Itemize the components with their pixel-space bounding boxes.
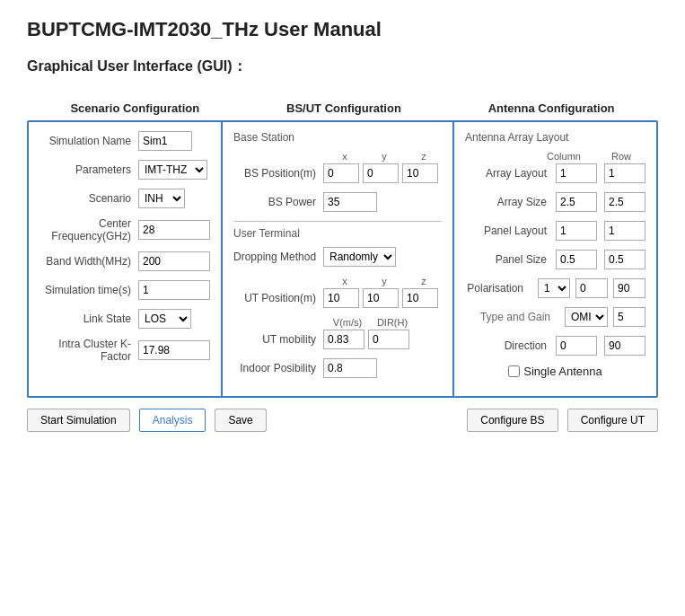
bs-position-label: BS Position(m) (233, 167, 323, 180)
ut-z-header: z (406, 276, 442, 286)
single-antenna-checkbox[interactable] (508, 365, 520, 377)
dropping-method-row: Dropping Method Randomly Fixed Grid (233, 247, 442, 267)
save-button[interactable]: Save (215, 409, 266, 432)
ut-pos-y-input[interactable] (363, 288, 399, 308)
antenna-panel: Antenna Array Layout Column Row Array La… (454, 122, 656, 396)
parameters-select[interactable]: IMT-THZ IMT-2020 (138, 160, 207, 180)
row-header: Row (601, 151, 642, 162)
bs-position-row: BS Position(m) (233, 163, 442, 183)
array-layout-title: Antenna Array Layout (465, 131, 645, 144)
ut-v-input[interactable] (323, 330, 364, 349)
scenario-row: Scenario INH UMi UMa (40, 189, 210, 208)
bs-z-header: z (406, 151, 442, 162)
polarisation-label: Polarisation (465, 282, 532, 295)
indoor-input[interactable] (323, 358, 377, 378)
pol-val1-input[interactable] (575, 278, 608, 298)
simulation-name-row: Simulation Name (40, 131, 210, 151)
single-antenna-label: Single Antenna (523, 365, 602, 378)
bs-power-input[interactable] (323, 192, 377, 212)
ut-v-header: V(m/s) (327, 317, 368, 328)
panel-size-row-input[interactable] (604, 250, 645, 269)
type-gain-input[interactable] (613, 307, 645, 327)
direction-row: Direction (465, 336, 645, 356)
link-state-label: Link State (40, 312, 138, 325)
scenario-select[interactable]: INH UMi UMa (138, 189, 185, 208)
simulation-name-label: Simulation Name (40, 135, 138, 147)
panel-layout-label: Panel Layout (465, 224, 556, 237)
bs-pos-z-input[interactable] (402, 163, 438, 183)
panel-size-label: Panel Size (465, 253, 556, 266)
direction-val2-input[interactable] (604, 336, 645, 356)
bs-x-header: x (327, 151, 363, 162)
sim-time-label: Simulation time(s) (40, 284, 138, 296)
base-station-title: Base Station (233, 131, 442, 144)
panel-layout-row-input[interactable] (604, 221, 645, 241)
sim-time-input[interactable] (138, 280, 210, 300)
direction-label: Direction (465, 339, 556, 352)
indoor-label: Indoor Posibility (233, 362, 323, 374)
dropping-method-label: Dropping Method (233, 251, 323, 263)
bandwidth-input[interactable] (138, 251, 210, 271)
indoor-row: Indoor Posibility (233, 358, 442, 378)
ut-pos-x-input[interactable] (323, 288, 359, 308)
center-freq-input[interactable] (138, 220, 210, 240)
scenario-panel: Simulation Name Parameters IMT-THZ IMT-2… (29, 122, 223, 396)
array-size-col-input[interactable] (556, 192, 597, 212)
bs-pos-x-input[interactable] (323, 163, 359, 183)
simulation-name-input[interactable] (138, 131, 192, 151)
array-layout-row-input[interactable] (604, 163, 645, 183)
link-state-row: Link State LOS NLOS (40, 309, 210, 329)
array-layout-col-input[interactable] (556, 163, 597, 183)
link-state-select[interactable]: LOS NLOS (138, 309, 191, 329)
col-header: Column (543, 151, 584, 162)
bandwidth-label: Band Width(MHz) (40, 255, 138, 268)
bsut-panel: Base Station x y z BS Position(m) BS Pow… (223, 122, 454, 396)
start-simulation-button[interactable]: Start Simulation (27, 409, 130, 432)
bsut-header: BS/UT Configuration (286, 101, 401, 115)
array-size-label: Array Size (465, 196, 556, 208)
type-gain-row: Type and Gain OMI DIR (465, 307, 645, 327)
direction-val1-input[interactable] (556, 336, 597, 356)
analysis-button[interactable]: Analysis (139, 409, 206, 432)
polarisation-row: Polarisation 1 2 (465, 278, 645, 298)
array-size-row-input[interactable] (604, 192, 645, 212)
configure-ut-button[interactable]: Configure UT (567, 409, 658, 432)
center-freq-row: Center Frequency(GHz) (40, 217, 210, 242)
intra-cluster-input[interactable] (138, 340, 210, 360)
bs-y-header: y (366, 151, 402, 162)
ut-dir-input[interactable] (368, 330, 409, 349)
ut-y-header: y (366, 276, 402, 286)
bandwidth-row: Band Width(MHz) (40, 251, 210, 271)
page-title: BUPTCMG-IMT2030_THz User Manual (27, 18, 658, 41)
type-gain-label: Type and Gain (465, 311, 559, 323)
scenario-label: Scenario (40, 192, 138, 205)
ut-dir-header: DIR(H) (372, 317, 413, 328)
parameters-label: Parameters (40, 163, 138, 176)
user-terminal-title: User Terminal (233, 227, 442, 240)
ut-mobility-label: UT mobility (233, 333, 323, 346)
array-layout-label: Array Layout (465, 167, 556, 180)
panel-layout-col-input[interactable] (556, 221, 597, 241)
sim-time-row: Simulation time(s) (40, 280, 210, 300)
bs-pos-y-input[interactable] (363, 163, 399, 183)
single-antenna-row: Single Antenna (465, 365, 645, 378)
array-layout-row: Array Layout (465, 163, 645, 183)
scenario-header: Scenario Configuration (70, 101, 199, 115)
ut-pos-z-input[interactable] (402, 288, 438, 308)
type-select[interactable]: OMI DIR (565, 307, 608, 327)
configure-bs-button[interactable]: Configure BS (467, 409, 558, 432)
intra-cluster-label: Intra Cluster K-Factor (40, 338, 138, 363)
page-subtitle: Graphical User Interface (GUI)： (27, 57, 658, 76)
ut-position-label: UT Position(m) (233, 292, 323, 304)
intra-cluster-row: Intra Cluster K-Factor (40, 338, 210, 363)
ut-position-row: UT Position(m) (233, 288, 442, 308)
ut-mobility-row: UT mobility (233, 330, 442, 349)
parameters-row: Parameters IMT-THZ IMT-2020 (40, 160, 210, 180)
pol-val2-input[interactable] (613, 278, 645, 298)
panel-size-col-input[interactable] (556, 250, 597, 269)
panel-layout-row: Panel Layout (465, 221, 645, 241)
array-size-row: Array Size (465, 192, 645, 212)
dropping-method-select[interactable]: Randomly Fixed Grid (323, 247, 396, 267)
bs-power-row: BS Power (233, 192, 442, 212)
polarisation-select[interactable]: 1 2 (538, 278, 570, 298)
